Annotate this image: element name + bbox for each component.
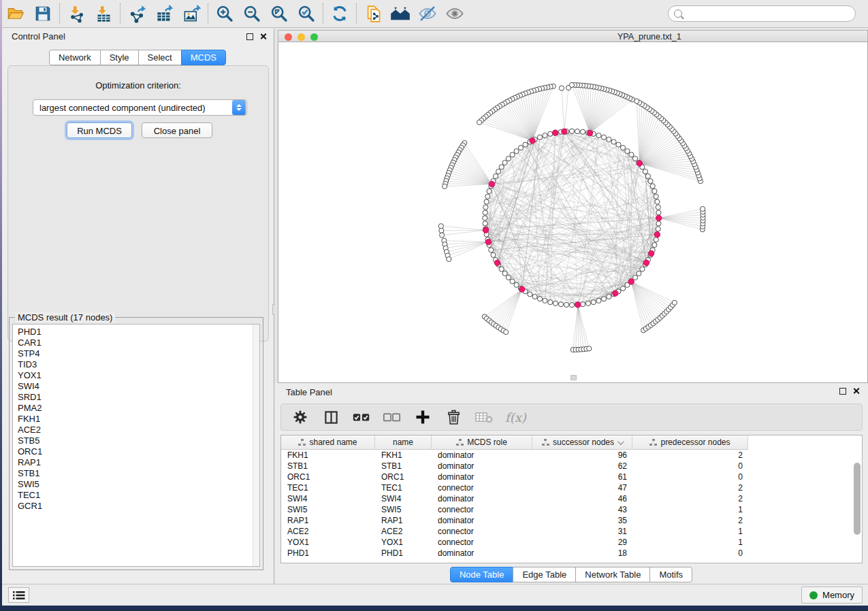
function-builder-button[interactable]: f(x) [505, 410, 526, 425]
network-search[interactable] [668, 5, 856, 22]
table-row[interactable]: ORC1 ORC1 dominator 61 0 [281, 472, 862, 482]
search-input[interactable] [686, 9, 850, 18]
mcds-result-item[interactable]: PHD1 [18, 327, 251, 337]
mcds-result-item[interactable]: CAR1 [18, 337, 251, 348]
save-session-button[interactable] [29, 2, 57, 25]
cell-mcds-role: connector [432, 527, 532, 536]
table-tab[interactable]: Motifs [649, 567, 692, 582]
table-tab[interactable]: Network Table [575, 567, 650, 582]
canvas-grip[interactable] [570, 375, 577, 380]
mcds-result-item[interactable]: STB5 [18, 435, 251, 446]
table-scrollbar[interactable] [854, 452, 861, 560]
hide-selected-button[interactable] [414, 2, 441, 25]
memory-button[interactable]: Memory [801, 587, 863, 604]
export-table-button[interactable] [150, 2, 178, 25]
table-row[interactable]: PHD1 PHD1 dominator 18 0 [281, 548, 862, 559]
duplicate-network-button[interactable] [359, 2, 387, 25]
application-window: Control Panel NetworkStyleSelectMCDS Opt… [2, 0, 868, 606]
close-table-panel-icon[interactable] [852, 387, 860, 395]
result-scrollbar[interactable] [253, 325, 259, 566]
network-canvas[interactable] [278, 42, 868, 383]
cell-successor-nodes: 35 [532, 516, 632, 525]
control-panel-title: Control Panel [12, 31, 65, 42]
table-scrollbar-thumb[interactable] [854, 463, 861, 535]
close-window-icon[interactable] [285, 33, 292, 41]
mcds-result-item[interactable]: FKH1 [18, 414, 251, 425]
import-network-button[interactable] [63, 2, 90, 25]
table-row[interactable]: SWI5 SWI5 connector 43 1 [281, 504, 862, 515]
cell-mcds-role: dominator [432, 516, 532, 525]
minimize-window-icon[interactable] [298, 33, 305, 41]
refresh-view-button[interactable] [326, 2, 353, 25]
select-all-columns-button[interactable] [352, 408, 371, 427]
mcds-result-item[interactable]: SWI4 [18, 381, 251, 392]
float-panel-icon[interactable] [246, 33, 253, 40]
column-header[interactable]: predecessor nodes [632, 435, 748, 449]
cell-mcds-role: connector [432, 483, 532, 493]
control-panel-tab[interactable]: Network [49, 50, 101, 65]
add-column-button[interactable] [413, 408, 432, 427]
table-row[interactable]: RAP1 RAP1 dominator 35 2 [281, 515, 862, 526]
mcds-result-item[interactable]: ACE2 [18, 425, 251, 435]
network-window-titlebar[interactable]: YPA_prune.txt_1 [278, 30, 868, 42]
import-table-button[interactable] [90, 2, 117, 25]
zoom-out-button[interactable] [238, 2, 266, 25]
run-mcds-button[interactable]: Run MCDS [67, 122, 132, 138]
network-graph[interactable] [278, 42, 867, 382]
control-panel: Control Panel NetworkStyleSelectMCDS Opt… [2, 29, 274, 584]
mcds-result-item[interactable]: STB1 [18, 468, 251, 479]
column-header[interactable]: name [375, 435, 432, 449]
column-header[interactable]: shared name [281, 435, 375, 449]
mcds-result-item[interactable]: PMA2 [18, 403, 251, 414]
zoom-in-button[interactable] [211, 2, 238, 25]
task-history-button[interactable] [8, 587, 29, 603]
maximize-window-icon[interactable] [310, 33, 318, 41]
delete-table-button[interactable] [475, 408, 494, 427]
mcds-result-item[interactable]: TID3 [18, 359, 251, 370]
mcds-result-item[interactable]: ORC1 [18, 446, 251, 457]
mcds-result-item[interactable]: SWI5 [18, 479, 251, 490]
zoom-selected-button[interactable] [293, 2, 320, 25]
column-header[interactable]: successor nodes [532, 435, 632, 449]
split-panel-button[interactable] [321, 408, 340, 427]
mcds-result-item[interactable]: STP4 [18, 348, 251, 359]
table-tab[interactable]: Node Table [450, 567, 514, 582]
table-tab[interactable]: Edge Table [513, 567, 576, 582]
column-header[interactable]: MCDS role [432, 435, 532, 449]
control-panel-tab[interactable]: Style [100, 50, 139, 65]
table-row[interactable]: TEC1 TEC1 connector 47 2 [281, 482, 862, 493]
export-image-button[interactable] [178, 2, 205, 25]
zoom-fit-button[interactable] [266, 2, 293, 25]
mcds-result-item[interactable]: RAP1 [18, 457, 251, 468]
mcds-result-item[interactable]: SRD1 [18, 392, 251, 403]
close-panel-button[interactable]: Close panel [142, 122, 212, 138]
table-row[interactable]: ACE2 ACE2 connector 31 1 [281, 526, 862, 537]
first-neighbors-button[interactable] [387, 2, 414, 25]
mcds-result-item[interactable]: GCR1 [18, 501, 251, 512]
table-settings-button[interactable] [291, 408, 310, 427]
table-row[interactable]: STB1 STB1 dominator 62 0 [281, 461, 862, 472]
close-panel-icon[interactable] [259, 33, 267, 40]
memory-status-icon [809, 591, 818, 599]
mcds-result-item[interactable]: TEC1 [18, 490, 251, 501]
show-all-button[interactable] [441, 2, 468, 25]
table-row[interactable]: SWI4 SWI4 dominator 46 2 [281, 493, 862, 504]
criterion-label: Optimization criterion: [8, 80, 268, 90]
mcds-result-item[interactable]: YOX1 [18, 370, 251, 381]
criterion-select[interactable]: largest connected component (undirected) [33, 99, 247, 116]
open-file-button[interactable] [2, 2, 29, 25]
cell-successor-nodes: 43 [532, 505, 632, 514]
cell-shared-name: FKH1 [281, 450, 375, 460]
network-window-title: YPA_prune.txt_1 [617, 32, 681, 42]
table-row[interactable]: FKH1 FKH1 dominator 96 2 [281, 450, 862, 461]
table-header: shared name name MCDS role successor nod… [281, 435, 748, 450]
table-row[interactable]: YOX1 YOX1 connector 29 1 [281, 537, 862, 548]
zoom-selected-icon [297, 4, 316, 23]
deselect-all-columns-button[interactable] [383, 408, 402, 427]
control-panel-tab[interactable]: MCDS [181, 50, 226, 65]
float-table-panel-icon[interactable] [839, 388, 846, 395]
sort-menu-icon[interactable] [617, 438, 624, 445]
export-network-button[interactable] [123, 2, 150, 25]
control-panel-tab[interactable]: Select [138, 50, 182, 65]
delete-column-button[interactable] [444, 408, 463, 427]
